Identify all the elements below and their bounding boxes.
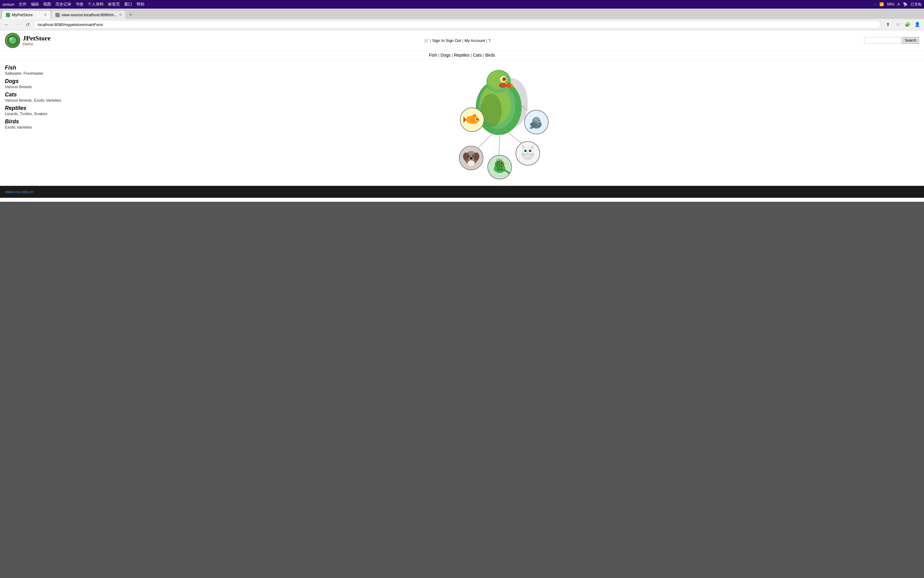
page-wrapper: JPetStore Demo 🛒 | Sign In Sign Out | My… — [0, 30, 924, 202]
logo-circle — [5, 33, 20, 48]
browser-chrome: 🐾 MyPetStore ✕ view-source:localhost:809… — [0, 8, 924, 30]
search-input[interactable] — [864, 37, 901, 44]
svg-point-32 — [473, 155, 474, 156]
os-brand: omium — [2, 2, 15, 7]
tab-title-2: view-source:localhost:8090/m... — [61, 13, 117, 17]
birds-title-link[interactable]: Birds — [5, 119, 75, 125]
search-area: Search — [864, 37, 919, 44]
cats-title-link[interactable]: Cats — [5, 91, 75, 98]
tab-mypetstore[interactable]: 🐾 MyPetStore ✕ — [2, 10, 51, 19]
sign-out-link[interactable]: Sign Out — [446, 38, 461, 43]
os-menu-file[interactable]: 文件 — [19, 2, 27, 7]
dogs-desc: Various Breeds — [5, 84, 75, 89]
address-input[interactable] — [34, 20, 880, 29]
bird-circle-svg — [525, 110, 548, 135]
reptiles-title-link[interactable]: Reptiles — [5, 105, 75, 112]
cat-sep-3: | — [471, 53, 473, 58]
os-wifi-icon: 📡 — [903, 2, 908, 6]
tab-bar: 🐾 MyPetStore ✕ view-source:localhost:809… — [0, 8, 924, 19]
cat-sep-1: | — [438, 53, 440, 58]
bookmark-icon[interactable]: ☆ — [893, 20, 902, 29]
os-menu-view[interactable]: 视图 — [43, 2, 51, 7]
cat-svg — [516, 141, 539, 166]
svg-point-17 — [507, 83, 510, 84]
svg-point-43 — [502, 163, 502, 164]
svg-point-37 — [495, 161, 504, 168]
cart-icon[interactable]: 🛒 — [424, 38, 429, 43]
svg-point-71 — [477, 118, 477, 119]
os-menu-bookmarks[interactable]: 书签 — [76, 2, 84, 7]
svg-point-57 — [525, 150, 526, 150]
svg-point-27 — [463, 153, 469, 161]
logo-title: JPetStore — [23, 34, 50, 42]
cats-desc: Various Breeds, Exotic Varieties — [5, 98, 75, 102]
forward-button: → — [13, 20, 21, 29]
reload-button[interactable]: ↺ — [23, 20, 32, 29]
separator-3: | — [462, 38, 464, 43]
tab-favicon-1: 🐾 — [6, 13, 10, 17]
below-browser — [0, 202, 924, 263]
tab-title-1: MyPetStore — [12, 13, 33, 17]
svg-point-83 — [534, 118, 539, 121]
cat-nav-birds[interactable]: Birds — [485, 53, 495, 58]
help-link[interactable]: ? — [488, 38, 490, 43]
extensions-icon[interactable]: 🧩 — [903, 20, 912, 29]
birds-desc: Exotic Varieties — [5, 125, 75, 130]
tab-close-1[interactable]: ✕ — [44, 13, 47, 17]
dog-svg — [460, 146, 483, 170]
sign-in-link[interactable]: Sign In — [432, 38, 445, 43]
cat-nav-fish[interactable]: Fish — [429, 53, 437, 58]
share-icon[interactable]: ⬆ — [884, 20, 892, 29]
dogs-title-link[interactable]: Dogs — [5, 78, 75, 84]
svg-point-45 — [500, 168, 503, 171]
my-account-link[interactable]: My Account — [464, 38, 485, 43]
os-menu-profile[interactable]: 个人资料 — [88, 2, 104, 7]
separator-4: | — [486, 38, 488, 43]
cat-nav-reptiles[interactable]: Reptiles — [454, 53, 470, 58]
os-menu-edit[interactable]: 编辑 — [31, 2, 39, 7]
tab-viewsource[interactable]: view-source:localhost:8090/m... ✕ — [52, 10, 126, 19]
os-menu-items: omium 文件 编辑 视图 历史记录 书签 个人资料 标签页 窗口 帮助 — [2, 2, 144, 7]
svg-point-33 — [470, 157, 473, 159]
os-menu-history[interactable]: 历史记录 — [55, 2, 71, 7]
os-menubar: omium 文件 编辑 视图 历史记录 书签 个人资料 标签页 窗口 帮助 ··… — [0, 0, 924, 8]
os-battery: 56% — [887, 2, 894, 6]
svg-point-28 — [474, 153, 479, 161]
right-panel — [81, 65, 919, 181]
cat-sep-2: | — [451, 53, 454, 58]
svg-point-18 — [499, 83, 507, 88]
dog-circle[interactable] — [459, 146, 484, 170]
tab-close-2[interactable]: ✕ — [119, 13, 122, 17]
footer-link[interactable]: www.csu.edu.cn — [5, 190, 34, 194]
svg-point-70 — [476, 118, 478, 120]
search-button[interactable]: Search — [902, 37, 919, 44]
back-button[interactable]: ← — [2, 20, 11, 29]
os-menu-window[interactable]: 窗口 — [124, 2, 132, 7]
address-bar-row: ← → ↺ ⬆ ☆ 🧩 👤 — [0, 19, 924, 30]
fish-title-link[interactable]: Fish — [5, 65, 75, 71]
os-signal-icon: 📶 — [879, 2, 884, 6]
account-icon[interactable]: 👤 — [913, 20, 922, 29]
os-menu-tabs[interactable]: 标签页 — [108, 2, 120, 7]
new-tab-button[interactable]: + — [126, 10, 135, 19]
cat-circle[interactable] — [516, 141, 540, 166]
reptile-circle[interactable] — [487, 155, 512, 179]
logo-subtitle: Demo — [23, 42, 50, 46]
parrot-scene — [442, 65, 558, 181]
os-charged: 已充电 — [911, 2, 922, 7]
svg-point-31 — [469, 155, 470, 156]
os-extra-icon: ··· — [873, 2, 876, 6]
os-menu-help[interactable]: 帮助 — [136, 2, 144, 7]
cat-nav-cats[interactable]: Cats — [473, 53, 482, 58]
svg-point-78 — [530, 122, 537, 127]
header-nav-links: 🛒 | Sign In Sign Out | My Account | ? — [424, 38, 490, 43]
cat-nav-dogs[interactable]: Dogs — [440, 53, 451, 58]
toolbar-icons: ⬆ ☆ 🧩 👤 — [884, 20, 922, 29]
fish-circle[interactable] — [460, 107, 484, 132]
svg-point-16 — [505, 78, 505, 79]
svg-point-82 — [539, 119, 540, 120]
svg-point-2 — [10, 37, 13, 41]
svg-point-42 — [501, 162, 503, 164]
site-header: JPetStore Demo 🛒 | Sign In Sign Out | My… — [0, 30, 924, 51]
bird-circle[interactable] — [524, 110, 549, 135]
